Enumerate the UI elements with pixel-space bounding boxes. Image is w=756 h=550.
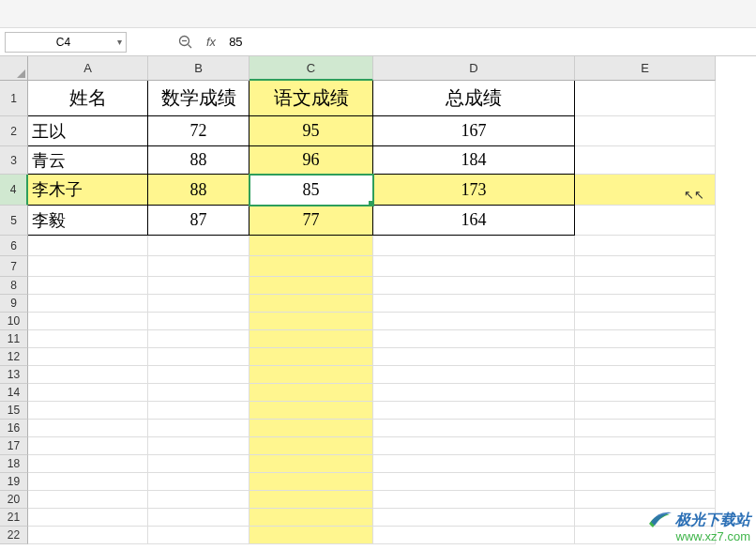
row-header-13[interactable]: 13 [0,366,28,384]
empty-cell[interactable] [148,420,249,437]
empty-cell[interactable] [575,402,716,420]
empty-cell[interactable] [575,256,716,277]
empty-cell[interactable] [575,420,716,437]
empty-cell[interactable] [373,437,575,455]
cell-C2[interactable]: 95 [249,116,373,146]
empty-cell[interactable] [148,509,249,527]
empty-cell[interactable] [28,437,148,455]
row-header-2[interactable]: 2 [0,116,28,146]
empty-cell[interactable] [249,313,373,330]
empty-cell[interactable] [373,277,575,295]
row-header-8[interactable]: 8 [0,277,28,295]
empty-cell[interactable] [28,313,148,330]
empty-cell[interactable] [575,348,716,366]
empty-cell[interactable] [373,455,575,473]
empty-cell[interactable] [575,455,716,473]
empty-cell[interactable] [575,146,716,175]
empty-cell[interactable] [373,348,575,366]
empty-cell[interactable] [148,437,249,455]
cell-B5[interactable]: 87 [148,206,249,236]
empty-cell[interactable] [575,295,716,313]
empty-cell[interactable] [148,256,249,277]
empty-cell[interactable] [575,366,716,384]
cell-C4[interactable]: 85 [249,175,373,206]
row-header-18[interactable]: 18 [0,455,28,473]
cell-A4[interactable]: 李木子 [28,175,148,206]
empty-cell[interactable] [575,527,716,544]
empty-cell[interactable] [249,527,373,544]
empty-cell[interactable] [575,175,716,206]
empty-cell[interactable] [28,348,148,366]
empty-cell[interactable] [249,330,373,348]
empty-cell[interactable] [28,384,148,402]
empty-cell[interactable] [575,277,716,295]
empty-cell[interactable] [373,402,575,420]
cell-B3[interactable]: 88 [148,146,249,175]
empty-cell[interactable] [249,473,373,491]
row-header-11[interactable]: 11 [0,330,28,348]
row-header-14[interactable]: 14 [0,384,28,402]
empty-cell[interactable] [249,348,373,366]
empty-cell[interactable] [148,236,249,256]
empty-cell[interactable] [373,384,575,402]
empty-cell[interactable] [148,384,249,402]
empty-cell[interactable] [28,236,148,256]
cell-C5[interactable]: 77 [249,206,373,236]
column-header-C[interactable]: C [249,56,373,81]
empty-cell[interactable] [249,295,373,313]
empty-cell[interactable] [575,384,716,402]
cell-A5[interactable]: 李毅 [28,206,148,236]
cell-D2[interactable]: 167 [373,116,575,146]
empty-cell[interactable] [28,473,148,491]
empty-cell[interactable] [148,330,249,348]
empty-cell[interactable] [28,366,148,384]
empty-cell[interactable] [28,491,148,509]
empty-cell[interactable] [249,236,373,256]
empty-cell[interactable] [373,366,575,384]
column-header-A[interactable]: A [28,56,148,81]
empty-cell[interactable] [575,509,716,527]
empty-cell[interactable] [28,295,148,313]
empty-cell[interactable] [373,420,575,437]
row-header-12[interactable]: 12 [0,348,28,366]
cell-C3[interactable]: 96 [249,146,373,175]
empty-cell[interactable] [249,491,373,509]
cell-D5[interactable]: 164 [373,206,575,236]
empty-cell[interactable] [575,116,716,146]
empty-cell[interactable] [148,455,249,473]
row-header-5[interactable]: 5 [0,206,28,236]
empty-cell[interactable] [373,256,575,277]
empty-cell[interactable] [148,295,249,313]
empty-cell[interactable] [148,313,249,330]
empty-cell[interactable] [148,277,249,295]
empty-cell[interactable] [373,313,575,330]
empty-cell[interactable] [373,473,575,491]
row-header-22[interactable]: 22 [0,527,28,544]
empty-cell[interactable] [249,256,373,277]
empty-cell[interactable] [28,455,148,473]
empty-cell[interactable] [373,491,575,509]
empty-cell[interactable] [28,256,148,277]
cell-B2[interactable]: 72 [148,116,249,146]
row-header-20[interactable]: 20 [0,491,28,509]
empty-cell[interactable] [148,491,249,509]
empty-cell[interactable] [373,330,575,348]
empty-cell[interactable] [575,330,716,348]
empty-cell[interactable] [373,295,575,313]
empty-cell[interactable] [249,366,373,384]
row-header-9[interactable]: 9 [0,295,28,313]
cell-B4[interactable]: 88 [148,175,249,206]
empty-cell[interactable] [575,473,716,491]
grid[interactable]: 姓名数学成绩语文成绩总成绩王以7295167青云8896184李木子888517… [28,81,756,544]
row-header-1[interactable]: 1 [0,81,28,116]
empty-cell[interactable] [373,527,575,544]
empty-cell[interactable] [575,313,716,330]
empty-cell[interactable] [373,509,575,527]
empty-cell[interactable] [249,277,373,295]
empty-cell[interactable] [28,402,148,420]
name-box[interactable]: C4 ▾ [5,32,127,53]
cell-B1[interactable]: 数学成绩 [148,81,249,116]
row-header-16[interactable]: 16 [0,420,28,437]
empty-cell[interactable] [373,236,575,256]
formula-input[interactable] [223,32,751,53]
